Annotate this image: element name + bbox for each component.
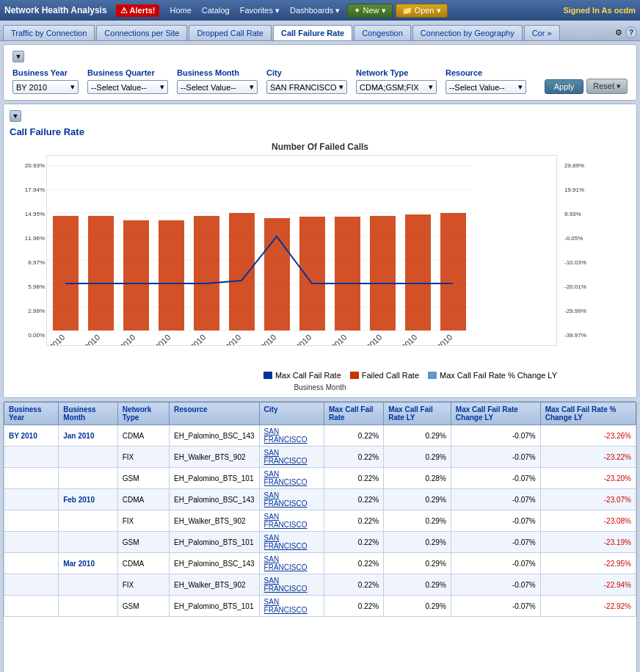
legend-box-lightblue <box>428 372 437 379</box>
help-icon[interactable]: ? <box>625 26 637 38</box>
y-tick-left-4: 11.96% <box>25 235 45 242</box>
cell-pct-change: -22.95% <box>540 553 636 574</box>
svg-rect-17 <box>370 216 396 330</box>
cell-change: -0.07% <box>451 489 540 510</box>
cell-change: -0.07% <box>451 532 540 553</box>
tab-dropped-call-rate[interactable]: Dropped Call Rate <box>189 25 272 40</box>
cell-rate-ly: 0.29% <box>384 489 451 510</box>
cell-pct-change: -23.07% <box>540 489 636 510</box>
cell-rate-ly: 0.29% <box>384 447 451 468</box>
col-header-max-call-fail-rate-change-ly: Max Call Fail Rate Change LY <box>451 402 540 425</box>
cell-pct-change: -23.26% <box>540 425 636 447</box>
nav-dashboards[interactable]: Dashboards ▾ <box>286 4 344 17</box>
open-button[interactable]: 📁 Open ▾ <box>396 4 448 18</box>
data-table: Business Year Business Month Network Typ… <box>4 402 636 617</box>
settings-icon[interactable]: ⚙ <box>615 28 622 37</box>
collapse-filter-button[interactable]: ▼ <box>12 51 24 62</box>
col-header-max-call-fail-rate: Max Call Fail Rate <box>324 402 383 425</box>
legend-box-red <box>350 372 359 379</box>
network-type-label: Network Type <box>356 68 437 77</box>
y-tick-left-2: 17.94% <box>25 187 45 193</box>
cell-city[interactable]: SAN FRANCISCO <box>259 468 324 489</box>
business-quarter-select[interactable]: --Select Value-- ▾ <box>87 80 168 94</box>
tab-congestion[interactable]: Congestion <box>354 25 411 40</box>
chart-section: ▼ Call Failure Rate Number Of Failed Cal… <box>3 104 637 398</box>
cell-month <box>59 510 118 532</box>
svg-rect-15 <box>299 217 325 330</box>
cell-rate-ly: 0.29% <box>384 596 451 617</box>
filter-panel: ▼ Business Year BY 2010 ▾ Business Quart… <box>3 44 637 101</box>
apply-button[interactable]: Apply <box>545 79 584 94</box>
cell-month <box>59 596 118 617</box>
cell-city[interactable]: SAN FRANCISCO <box>259 510 324 532</box>
chevron-down-icon: ▾ <box>429 82 433 92</box>
cell-rate: 0.22% <box>324 425 383 447</box>
nav-catalog[interactable]: Catalog <box>197 4 234 16</box>
cell-network: GSM <box>117 532 169 553</box>
svg-text:Jan 2010: Jan 2010 <box>46 333 66 346</box>
business-quarter-group: Business Quarter --Select Value-- ▾ <box>87 68 168 94</box>
table-section[interactable]: Business Year Business Month Network Typ… <box>3 401 637 672</box>
cell-city[interactable]: SAN FRANCISCO <box>259 553 324 574</box>
tab-call-failure-rate[interactable]: Call Failure Rate <box>273 25 352 40</box>
cell-pct-change: -22.92% <box>540 596 636 617</box>
cell-rate: 0.22% <box>324 510 383 532</box>
business-month-group: Business Month --Select Value-- ▾ <box>177 68 258 94</box>
cell-network: GSM <box>117 596 169 617</box>
cell-year <box>4 468 59 489</box>
business-quarter-label: Business Quarter <box>87 68 168 77</box>
filter-actions: Apply Reset ▾ <box>545 79 628 94</box>
cell-resource: EH_Palomino_BSC_143 <box>170 489 260 510</box>
cell-year <box>4 574 59 596</box>
cell-rate: 0.22% <box>324 489 383 510</box>
cell-year <box>4 447 59 468</box>
y-tick-right-6: -20.01% <box>564 283 586 290</box>
cell-city[interactable]: SAN FRANCISCO <box>259 574 324 596</box>
tab-more[interactable]: Cor » <box>524 25 560 40</box>
tab-connections-per-site[interactable]: Connections per Site <box>96 25 187 40</box>
tab-traffic-by-connection[interactable]: Traffic by Connection <box>3 25 95 40</box>
table-row: GSM EH_Palomino_BTS_101 SAN FRANCISCO 0.… <box>4 596 636 617</box>
col-header-max-call-fail-rate-pct-change-ly: Max Call Fail Rate % Change LY <box>540 402 636 425</box>
cell-resource: EH_Palomino_BSC_143 <box>170 553 260 574</box>
y-tick-right-8: -39.97% <box>564 332 586 339</box>
city-select[interactable]: SAN FRANCISCO ▾ <box>266 80 347 94</box>
nav-favorites[interactable]: Favorites ▾ <box>236 4 284 17</box>
reset-button[interactable]: Reset ▾ <box>586 79 628 94</box>
svg-text:Aug 2010: Aug 2010 <box>283 333 313 346</box>
y-tick-left-6: 5.98% <box>28 283 45 290</box>
cell-rate-ly: 0.29% <box>384 532 451 553</box>
cell-year <box>4 532 59 553</box>
cell-year: BY 2010 <box>4 425 59 447</box>
city-label: City <box>266 68 347 77</box>
network-type-group: Network Type CDMA;GSM;FIX ▾ <box>356 68 437 94</box>
chart-section-title: Call Failure Rate <box>10 126 630 137</box>
svg-rect-8 <box>53 216 79 330</box>
legend-pct-change: Max Call Fail Rate % Change LY <box>428 371 557 380</box>
cell-city[interactable]: SAN FRANCISCO <box>259 532 324 553</box>
cell-network: GSM <box>117 468 169 489</box>
table-row: GSM EH_Palomino_BTS_101 SAN FRANCISCO 0.… <box>4 532 636 553</box>
cell-city[interactable]: SAN FRANCISCO <box>259 447 324 468</box>
svg-text:Dec 2010: Dec 2010 <box>423 333 454 346</box>
cell-city[interactable]: SAN FRANCISCO <box>259 489 324 510</box>
cell-city[interactable]: SAN FRANCISCO <box>259 596 324 617</box>
network-type-select[interactable]: CDMA;GSM;FIX ▾ <box>356 80 437 94</box>
chart-svg: Jan 2010 Feb 2010 Mar 2010 Apr 2010 May … <box>46 155 557 346</box>
tab-connection-by-geography[interactable]: Connection by Geography <box>412 25 523 40</box>
collapse-chart-button[interactable]: ▼ <box>10 110 21 122</box>
business-month-select[interactable]: --Select Value-- ▾ <box>177 80 258 94</box>
alert-icon: ⚠ <box>120 6 128 15</box>
col-header-city: City <box>259 402 324 425</box>
alerts-button[interactable]: ⚠ Alerts! <box>116 4 160 17</box>
table-row: GSM EH_Palomino_BTS_101 SAN FRANCISCO 0.… <box>4 468 636 489</box>
nav-home[interactable]: Home <box>165 4 195 16</box>
cell-rate: 0.22% <box>324 468 383 489</box>
svg-text:Apr 2010: Apr 2010 <box>142 333 172 346</box>
tab-bar: Traffic by Connection Connections per Si… <box>0 21 640 41</box>
cell-city[interactable]: SAN FRANCISCO <box>259 425 324 447</box>
business-year-select[interactable]: BY 2010 ▾ <box>12 80 79 94</box>
new-button[interactable]: ✦ New ▾ <box>347 4 392 18</box>
resource-select[interactable]: --Select Value-- ▾ <box>446 80 526 94</box>
y-tick-right-5: -10.03% <box>564 259 586 266</box>
